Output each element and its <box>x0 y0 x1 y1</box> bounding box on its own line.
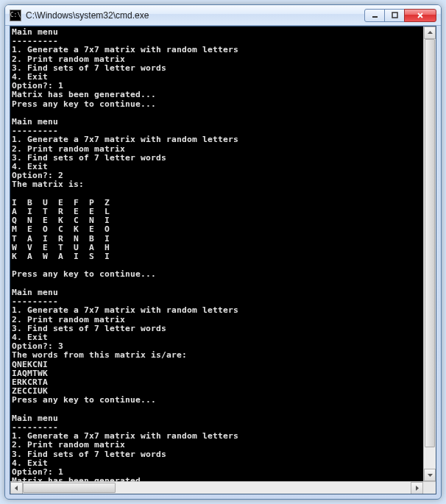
horizontal-scroll-track[interactable] <box>23 482 411 494</box>
scroll-right-button[interactable] <box>411 482 423 494</box>
maximize-button[interactable] <box>384 9 405 22</box>
horizontal-scrollbar[interactable] <box>10 481 436 494</box>
chevron-up-icon <box>428 31 433 35</box>
maximize-icon <box>392 12 398 18</box>
cmd-window: C:\ C:\Windows\system32\cmd.exe Main men… <box>4 4 442 500</box>
chevron-down-icon <box>428 473 433 477</box>
vertical-scroll-thumb[interactable] <box>425 39 435 447</box>
close-button[interactable] <box>404 9 436 22</box>
scrollbar-corner <box>423 482 436 494</box>
vertical-scrollbar[interactable] <box>423 26 436 481</box>
scroll-left-button[interactable] <box>10 482 23 494</box>
scroll-up-button[interactable] <box>424 26 436 39</box>
svg-rect-0 <box>372 16 378 18</box>
horizontal-scroll-thumb[interactable] <box>23 483 116 493</box>
cmd-icon: C:\ <box>10 10 21 21</box>
close-icon <box>417 12 424 19</box>
scroll-down-button[interactable] <box>424 469 436 481</box>
console-client-area: Main menu --------- 1. Generate a 7x7 ma… <box>10 26 436 494</box>
titlebar[interactable]: C:\ C:\Windows\system32\cmd.exe <box>5 5 441 26</box>
minimize-icon <box>372 12 378 18</box>
console-body: Main menu --------- 1. Generate a 7x7 ma… <box>10 26 436 481</box>
window-title: C:\Windows\system32\cmd.exe <box>26 10 365 21</box>
minimize-button[interactable] <box>364 9 385 22</box>
window-controls <box>365 9 436 22</box>
vertical-scroll-track[interactable] <box>424 39 436 469</box>
svg-rect-1 <box>392 13 397 18</box>
console-output[interactable]: Main menu --------- 1. Generate a 7x7 ma… <box>10 26 423 481</box>
chevron-right-icon <box>415 486 419 491</box>
chevron-left-icon <box>15 486 18 491</box>
